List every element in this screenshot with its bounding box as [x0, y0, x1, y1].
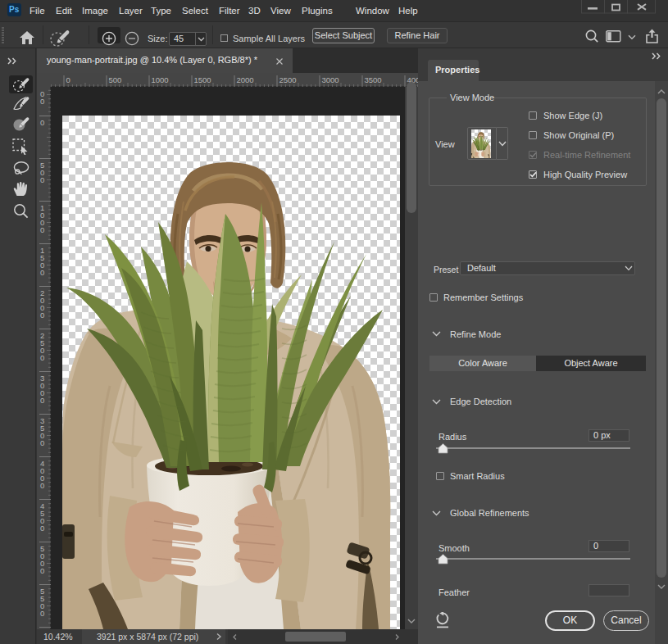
svg-text:0: 0: [40, 353, 44, 362]
svg-text:0: 0: [40, 566, 44, 575]
svg-text:0: 0: [40, 396, 44, 405]
svg-text:0: 0: [40, 268, 44, 277]
svg-text:0: 0: [40, 524, 44, 533]
svg-text:0: 0: [40, 481, 44, 490]
svg-text:0: 0: [66, 75, 70, 84]
svg-text:3000: 3000: [322, 75, 339, 84]
svg-text:500: 500: [109, 75, 122, 84]
svg-text:0: 0: [40, 97, 44, 106]
svg-text:0: 0: [40, 118, 44, 127]
svg-text:0: 0: [40, 225, 44, 234]
svg-text:0: 0: [40, 438, 44, 447]
svg-text:0: 0: [40, 175, 44, 184]
svg-text:3500: 3500: [365, 75, 382, 84]
svg-text:1500: 1500: [194, 75, 211, 84]
svg-text:0: 0: [40, 609, 44, 618]
svg-text:2500: 2500: [279, 75, 297, 84]
svg-text:2000: 2000: [237, 75, 254, 84]
svg-text:1000: 1000: [152, 75, 169, 84]
svg-text:0: 0: [40, 311, 44, 320]
